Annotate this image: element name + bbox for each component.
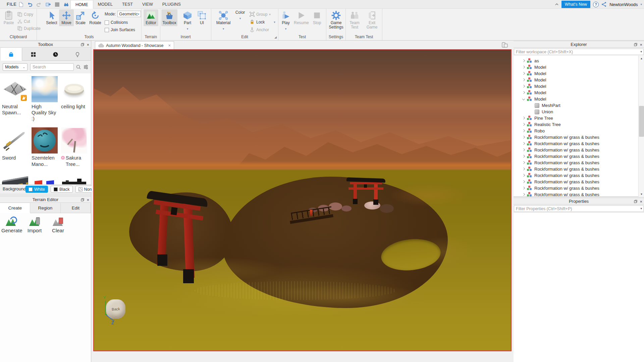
explorer-tree-item[interactable]: Model [514,70,644,77]
tree-chevron-icon[interactable] [521,193,527,196]
category-dropdown[interactable]: Models⌄ [3,63,28,71]
tree-chevron-icon[interactable] [521,72,527,75]
new-file-icon[interactable] [17,1,24,8]
menu-tab[interactable]: TEST [117,0,138,9]
find-icon[interactable] [63,1,69,8]
tree-chevron-icon[interactable] [521,180,527,184]
join-surfaces-checkbox[interactable] [105,28,109,32]
toolbox-button[interactable]: Toolbox [161,9,177,26]
tree-chevron-icon[interactable] [521,66,527,69]
tree-chevron-icon[interactable] [521,117,527,120]
place-tab[interactable]: Autumn Woodland - Showcase × [95,41,174,49]
toolbox-model-item[interactable]: Neutral Spawn... [2,76,28,122]
close-panel-icon[interactable]: × [87,43,89,47]
3d-viewport[interactable]: X Back Y Z [93,49,512,351]
tree-chevron-icon[interactable] [521,187,527,190]
float-panel-icon[interactable] [634,43,637,46]
tree-chevron-icon[interactable] [521,174,527,177]
tree-chevron-icon[interactable] [521,129,527,133]
tab-marketplace[interactable] [0,48,22,61]
explorer-tree-item[interactable]: Rockformation w/ grass & bushes [514,172,644,179]
panel-separator[interactable] [0,193,91,196]
toolbox-model-item[interactable] [2,173,28,184]
publish-icon[interactable] [45,1,51,8]
tree-chevron-icon[interactable] [521,142,527,145]
terrain-action-button[interactable]: Import [25,217,44,233]
part-caret-icon[interactable]: ▾ [187,27,189,31]
undo-icon[interactable] [26,1,33,8]
explorer-tree-item[interactable]: Rockformation w/ grass & bushes [514,191,644,197]
lock-button[interactable]: Lock▾ [250,18,277,26]
tree-chevron-icon[interactable] [529,104,534,107]
explorer-filter-input[interactable] [514,49,644,55]
toolbox-model-item[interactable]: High Quality Sky :) [32,76,58,122]
game-settings-button[interactable]: Game Settings [327,10,345,29]
group-button[interactable]: Group▾ [250,10,277,18]
explorer-tree-item[interactable]: Rockformation w/ grass & bushes [514,140,644,147]
tree-chevron-icon[interactable] [521,136,527,139]
color-button[interactable]: Color ▾ [233,10,248,21]
tree-chevron-icon[interactable] [521,155,527,158]
terrain-action-button[interactable]: Generate [1,217,21,233]
screenshot-icon[interactable] [54,1,60,8]
explorer-tree-item[interactable]: Model [514,96,644,102]
float-panel-icon[interactable] [81,43,84,46]
explorer-tree-item[interactable]: Rockformation w/ grass & bushes [514,134,644,140]
stop-button[interactable]: Stop [311,10,323,25]
explorer-tree-item[interactable]: Pine Tree [514,115,644,121]
device-emulator-icon[interactable] [501,42,508,48]
collapse-ribbon-icon[interactable] [555,3,559,6]
tree-chevron-icon[interactable] [521,78,527,82]
material-caret-icon[interactable]: ▾ [223,27,224,31]
tree-chevron-icon[interactable] [521,85,527,88]
background-option-button[interactable]: Black [51,186,73,193]
scene[interactable]: X Back Y Z [94,50,511,351]
exit-game-button[interactable]: Exit Game [365,10,379,29]
scroll-down-icon[interactable]: ▼ [639,191,644,197]
explorer-tree-item[interactable]: Union [514,109,644,115]
explorer-tree-item[interactable]: Rockformation w/ grass & bushes [514,166,644,172]
tree-chevron-icon[interactable] [529,110,534,114]
view-selector-cube[interactable]: Back [106,299,125,319]
search-input[interactable] [30,63,74,71]
toolbox-model-item[interactable]: Sakura Tree... [61,127,87,167]
rotate-tool-button[interactable]: Rotate [87,10,103,25]
explorer-tree-item[interactable]: Rockformation w/ grass & bushes [514,179,644,185]
explorer-tree-item[interactable]: Realistic Tree [514,121,644,128]
close-panel-icon[interactable]: × [87,198,89,202]
tree-chevron-icon[interactable] [521,161,527,165]
share-icon[interactable] [601,2,607,7]
part-button[interactable]: Part ▾ [180,10,195,31]
menu-tab[interactable]: HOME [70,0,93,9]
team-test-button[interactable]: Team Test [347,10,362,29]
toolbox-model-item[interactable] [32,173,58,184]
terrain-tab[interactable]: Edit [61,203,91,213]
menu-tab[interactable]: PLUGINS [158,0,185,9]
explorer-scrollbar[interactable]: ▲ ▼ [638,56,644,197]
float-panel-icon[interactable] [634,200,637,203]
tree-chevron-icon[interactable] [521,59,527,63]
tab-recent[interactable] [44,48,66,61]
collisions-checkbox[interactable] [105,20,109,25]
toolbox-model-item[interactable]: ceiling light [61,76,87,122]
mode-dropdown[interactable]: Geometric▾ [117,11,141,17]
explorer-tree-item[interactable]: Model [514,89,644,96]
paste-button[interactable]: Paste [1,10,16,25]
username-label[interactable]: NewtonWoods [609,2,638,7]
move-tool-button[interactable]: Move [59,9,74,26]
terrain-action-button[interactable]: Clear [48,217,68,233]
explorer-tree-item[interactable]: as [514,58,644,64]
properties-filter-input[interactable] [514,205,644,212]
user-menu-caret-icon[interactable]: ▾ [640,3,642,6]
explorer-tree-item[interactable]: Model [514,64,644,70]
color-caret-icon[interactable]: ▾ [239,17,241,20]
tree-chevron-icon[interactable] [521,148,527,152]
menu-tab[interactable]: MODEL [93,0,117,9]
play-button[interactable]: Play ▾ [279,10,292,31]
tree-chevron-icon[interactable] [521,123,527,126]
explorer-tree-item[interactable]: Model [514,77,644,83]
terrain-tab[interactable]: Create [0,203,30,213]
terrain-tab[interactable]: Region [30,203,60,213]
explorer-tree-item[interactable]: MeshPart [514,102,644,109]
scrollbar-thumb[interactable] [639,106,644,137]
